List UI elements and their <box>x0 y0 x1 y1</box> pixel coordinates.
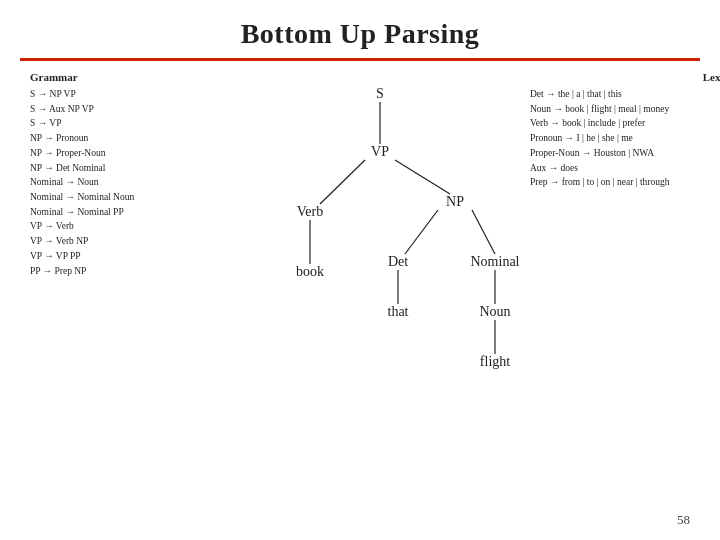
lexicon-rule-det: Det → the | a | that | this <box>530 87 720 102</box>
node-Nominal: Nominal <box>471 254 520 269</box>
grammar-rule-7: Nominal → Noun <box>30 175 230 190</box>
grammar-rule-8: Nominal → Nominal Noun <box>30 190 230 205</box>
node-Verb: Verb <box>297 204 323 219</box>
lexicon-rule-aux: Aux → does <box>530 161 720 176</box>
node-S: S <box>376 86 384 101</box>
page-number: 58 <box>677 512 690 528</box>
grammar-rule-4: NP → Pronoun <box>30 131 230 146</box>
parse-tree: text { font-family: 'Times New Roman', T… <box>240 76 520 440</box>
node-VP: VP <box>371 144 389 159</box>
node-NP: NP <box>446 194 464 209</box>
grammar-rule-9: Nominal → Nominal PP <box>30 205 230 220</box>
lexicon-header: Lexicon <box>530 71 720 83</box>
grammar-column: Grammar S → NP VP S → Aux NP VP S → VP N… <box>30 71 230 440</box>
grammar-rule-13: PP → Prep NP <box>30 264 230 279</box>
lexicon-rule-pronoun: Pronoun → I | he | she | me <box>530 131 720 146</box>
svg-line-5 <box>472 210 495 254</box>
grammar-rules: S → NP VP S → Aux NP VP S → VP NP → Pron… <box>30 87 230 278</box>
page-title: Bottom Up Parsing <box>0 0 720 58</box>
leaf-flight: flight <box>480 354 510 369</box>
grammar-rule-2: S → Aux NP VP <box>30 102 230 117</box>
grammar-rule-1: S → NP VP <box>30 87 230 102</box>
lexicon-column: Lexicon Det → the | a | that | this Noun… <box>530 71 720 440</box>
red-divider <box>20 58 700 61</box>
lexicon-rule-verb: Verb → book | include | prefer <box>530 116 720 131</box>
grammar-header: Grammar <box>30 71 230 83</box>
lexicon-rule-proper-noun: Proper-Noun → Houston | NWA <box>530 146 720 161</box>
lexicon-rule-noun: Noun → book | flight | meal | money <box>530 102 720 117</box>
grammar-rule-10: VP → Verb <box>30 219 230 234</box>
grammar-rule-5: NP → Proper-Noun <box>30 146 230 161</box>
parse-tree-svg: text { font-family: 'Times New Roman', T… <box>240 76 520 436</box>
svg-line-4 <box>405 210 438 254</box>
parse-tree-column: text { font-family: 'Times New Roman', T… <box>240 71 520 440</box>
leaf-book: book <box>296 264 324 279</box>
node-Det: Det <box>388 254 408 269</box>
svg-line-1 <box>320 160 365 204</box>
node-Noun: Noun <box>479 304 510 319</box>
lexicon-rule-prep: Prep → from | to | on | near | through <box>530 175 720 190</box>
grammar-rule-11: VP → Verb NP <box>30 234 230 249</box>
lexicon-rules: Det → the | a | that | this Noun → book … <box>530 87 720 190</box>
svg-line-2 <box>395 160 450 194</box>
leaf-that: that <box>388 304 409 319</box>
grammar-rule-6: NP → Det Nominal <box>30 161 230 176</box>
grammar-rule-3: S → VP <box>30 116 230 131</box>
grammar-rule-12: VP → VP PP <box>30 249 230 264</box>
